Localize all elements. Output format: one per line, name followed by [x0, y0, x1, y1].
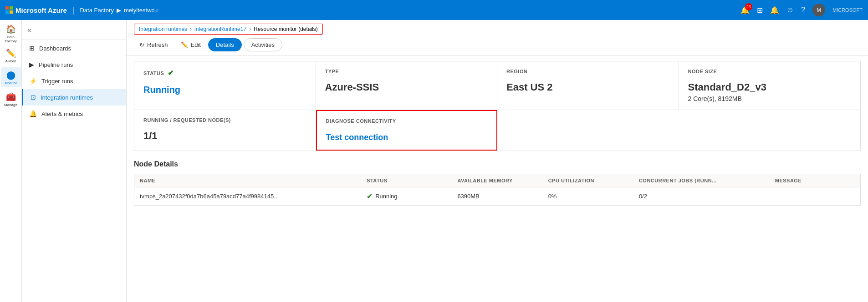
nav-label-integration-runtimes: Integration runtimes	[41, 94, 93, 101]
nav-label-alerts-metrics: Alerts & metrics	[41, 111, 83, 117]
alert-icon[interactable]: 🔔	[770, 6, 779, 15]
nav-breadcrumb-arrow: ▶	[117, 7, 121, 14]
col-header-cpu: CPU UTILIZATION	[543, 178, 633, 183]
main-layout: 🏠 Data Factory ✏️ Author ⬤ Monitor 🧰 Man…	[0, 20, 868, 302]
sidebar-item-author[interactable]: ✏️ Author	[1, 45, 21, 65]
cell-name: tvmps_2a207432f0da7b6a45a79acd77a4f99841…	[134, 187, 361, 205]
card-region: REGION East US 2	[497, 61, 679, 110]
breadcrumb-runtime17[interactable]: integrationRuntime17	[194, 26, 246, 32]
breadcrumb-integration-runtimes[interactable]: Integration runtimes	[139, 26, 187, 32]
card-nodes-label: RUNNING / REQUESTED NODE(S)	[143, 117, 306, 123]
grid-icon[interactable]: ⊞	[757, 6, 763, 15]
top-nav-right: 🔔 23 ⊞ 🔔 ☺ ? M MICROSOFT	[740, 4, 863, 16]
svg-rect-3	[10, 10, 13, 14]
cell-status: ✔ Running	[361, 187, 452, 205]
info-cards-row2: RUNNING / REQUESTED NODE(S) 1/1 DIAGNOSE…	[134, 110, 861, 151]
card-node-size-label: NODE SIZE	[688, 69, 852, 74]
notifications-icon[interactable]: 🔔 23	[740, 6, 750, 15]
tab-details-label: Details	[216, 41, 234, 48]
edit-label: Edit	[191, 41, 201, 48]
col-header-status: STATUS	[361, 178, 452, 183]
card-diagnose-label: DIAGNOSE CONNECTIVITY	[326, 118, 488, 124]
edit-icon: ✏️	[181, 41, 188, 48]
nav-item-trigger-runs[interactable]: ⚡ Trigger runs	[22, 73, 126, 89]
sidebar-item-manage[interactable]: 🧰 Manage	[1, 89, 21, 109]
breadcrumb-bar: Integration runtimes › integrationRuntim…	[127, 20, 868, 35]
smiley-icon[interactable]: ☺	[786, 6, 794, 14]
nav-label-trigger-runs: Trigger runs	[41, 78, 73, 85]
tab-activities[interactable]: Activities	[244, 38, 282, 51]
nav-item-integration-runtimes[interactable]: ⊡ Integration runtimes	[22, 89, 126, 106]
table-row: tvmps_2a207432f0da7b6a45a79acd77a4f99841…	[134, 187, 861, 206]
row-status-label: Running	[375, 193, 397, 200]
svg-rect-1	[10, 6, 13, 10]
breadcrumb-sep-2: ›	[249, 26, 251, 32]
help-icon[interactable]: ?	[801, 6, 805, 14]
cell-memory: 6390MB	[452, 187, 542, 205]
col-header-memory: AVAILABLE MEMORY	[452, 178, 542, 183]
top-nav: Microsoft Azure | Data Factory ▶ meiylte…	[0, 0, 868, 20]
row-status-icon: ✔	[367, 192, 373, 201]
alerts-metrics-icon: 🔔	[29, 110, 37, 117]
nav-label-dashboards: Dashboards	[39, 45, 71, 52]
nav-panel-header: «	[22, 20, 126, 40]
breadcrumb-current: Resource monitor (details)	[254, 26, 318, 32]
sidebar-label-monitor: Monitor	[5, 81, 17, 85]
node-details-title: Node Details	[134, 160, 861, 168]
info-cards-row1: STATUS ✔ Running TYPE Azure-SSIS REGION …	[134, 61, 861, 110]
test-connection-button[interactable]: Test connection	[326, 133, 488, 142]
nav-panel: « ⊞ Dashboards ▶ Pipeline runs ⚡ Trigger…	[22, 20, 127, 302]
cell-jobs: 0/2	[633, 187, 770, 205]
table-header: NAME STATUS AVAILABLE MEMORY CPU UTILIZA…	[134, 174, 861, 187]
sidebar-item-data-factory[interactable]: 🏠 Data Factory	[1, 24, 21, 44]
breadcrumb: Integration runtimes › integrationRuntim…	[134, 24, 323, 35]
refresh-button[interactable]: ↻ Refresh	[134, 39, 174, 51]
windows-icon	[5, 6, 13, 14]
card-node-size-sub: 2 Core(s), 8192MB	[688, 95, 852, 102]
col-header-name: NAME	[134, 178, 361, 183]
sidebar-label-data-factory: Data Factory	[1, 35, 21, 43]
card-node-size-value: Standard_D2_v3	[688, 81, 852, 93]
cell-cpu: 0%	[543, 187, 633, 205]
card-type-label: TYPE	[325, 69, 488, 74]
toolbar: ↻ Refresh ✏️ Edit Details Activities	[127, 35, 868, 55]
status-check-icon: ✔	[168, 69, 174, 77]
notification-badge: 23	[745, 3, 752, 10]
pipeline-runs-icon: ▶	[29, 61, 34, 68]
sidebar-label-author: Author	[5, 59, 16, 63]
trigger-runs-icon: ⚡	[29, 77, 37, 85]
card-nodes: RUNNING / REQUESTED NODE(S) 1/1	[134, 110, 316, 151]
monitor-icon: ⬤	[6, 70, 15, 80]
card-status: STATUS ✔ Running	[134, 61, 316, 110]
card-diagnose: DIAGNOSE CONNECTIVITY Test connection	[316, 110, 498, 151]
nav-label-pipeline-runs: Pipeline runs	[39, 61, 73, 68]
nav-breadcrumb-df[interactable]: Data Factory	[80, 7, 113, 14]
card-status-label: STATUS ✔	[143, 69, 306, 77]
nav-item-pipeline-runs[interactable]: ▶ Pipeline runs	[22, 56, 126, 73]
card-node-size: NODE SIZE Standard_D2_v3 2 Core(s), 8192…	[679, 61, 861, 110]
avatar[interactable]: M	[812, 4, 825, 16]
sidebar-item-monitor[interactable]: ⬤ Monitor	[1, 67, 21, 87]
svg-rect-0	[5, 6, 9, 10]
dashboards-icon: ⊞	[29, 45, 35, 52]
nav-item-dashboards[interactable]: ⊞ Dashboards	[22, 40, 126, 56]
content-area: Integration runtimes › integrationRuntim…	[127, 20, 868, 302]
tab-details[interactable]: Details	[208, 38, 242, 51]
edit-button[interactable]: ✏️ Edit	[175, 39, 206, 51]
nav-breadcrumb: Data Factory ▶ meiyltestwcu	[80, 7, 158, 14]
integration-runtimes-icon: ⊡	[31, 94, 36, 101]
nav-breadcrumb-instance[interactable]: meiyltestwcu	[124, 7, 158, 14]
svg-rect-2	[5, 10, 9, 14]
left-sidebar: 🏠 Data Factory ✏️ Author ⬤ Monitor 🧰 Man…	[0, 20, 22, 302]
card-empty	[497, 110, 860, 151]
breadcrumb-sep-1: ›	[190, 26, 192, 32]
nav-item-alerts-metrics[interactable]: 🔔 Alerts & metrics	[22, 106, 126, 122]
card-type: TYPE Azure-SSIS	[316, 61, 498, 110]
node-details: Node Details NAME STATUS AVAILABLE MEMOR…	[134, 160, 861, 206]
brand: Microsoft Azure	[5, 6, 67, 14]
col-header-message: MESSAGE	[770, 178, 860, 183]
collapse-button[interactable]: «	[27, 26, 31, 34]
manage-icon: 🧰	[6, 92, 16, 102]
refresh-icon: ↻	[139, 41, 144, 48]
tab-activities-label: Activities	[251, 41, 275, 48]
